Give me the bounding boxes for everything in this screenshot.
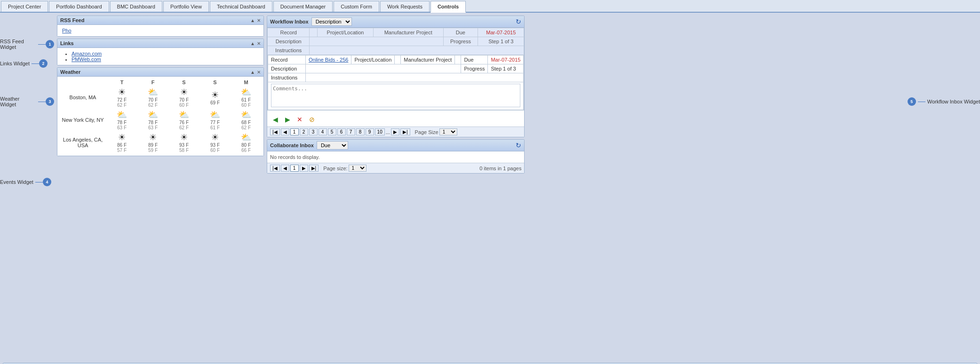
workflow-page-5[interactable]: 5 (328, 128, 336, 135)
rss-close-btn[interactable]: ✕ (257, 18, 261, 23)
rss-feed-panel: RSS Feed ▲ ✕ Pho (57, 16, 264, 37)
due-label-cell: Due (461, 55, 488, 64)
instructions-value-cell (306, 73, 524, 82)
collaborate-prev-page[interactable]: ◀ (281, 165, 289, 172)
workflow-back-btn[interactable]: ◀ (270, 114, 280, 125)
rss-badge: 1 (46, 40, 54, 48)
col-due-value: Mar-07-2015 (478, 28, 524, 37)
links-widget-label: Links Widget (0, 61, 30, 66)
rss-widget-label: RSS Feed Widget (0, 39, 36, 50)
workflow-last-page[interactable]: ▶| (400, 128, 410, 135)
collaborate-items-count: 0 items in 1 pages (479, 166, 521, 171)
comments-textarea[interactable] (271, 84, 520, 107)
rss-collapse-btn[interactable]: ▲ (250, 18, 255, 23)
weather-city: Boston, MA (59, 86, 106, 109)
collaborate-last-page[interactable]: ▶| (309, 165, 319, 172)
day-t: T (106, 79, 137, 86)
collaborate-next-page[interactable]: ▶ (300, 165, 308, 172)
weather-forecast-4: ⛅ 68 F 62 F (231, 109, 262, 131)
collaborate-refresh-btn[interactable]: ↻ (516, 142, 521, 149)
workflow-dropdown[interactable]: Description Subject Record (311, 17, 352, 26)
collaborate-title: Collaborate Inbox (270, 142, 314, 148)
rss-link[interactable]: Pho (62, 28, 72, 33)
collaborate-page-1[interactable]: 1 (290, 165, 299, 172)
workflow-next-page[interactable]: ▶ (391, 128, 399, 135)
collaborate-page-size-label: Page size: (323, 166, 347, 171)
weather-forecast-1: ☀ 89 F 59 F (137, 131, 168, 154)
link-amazon[interactable]: Amazon.com (72, 51, 102, 56)
tab-project-center[interactable]: Project Center (1, 1, 48, 12)
weather-collapse-btn[interactable]: ▲ (250, 70, 255, 75)
mfr-proj-label: Manufacturer Project (401, 55, 455, 64)
weather-forecast-1: ⛅ 78 F 63 F (137, 109, 168, 131)
workflow-page-3[interactable]: 3 (309, 128, 318, 135)
workflow-page-7[interactable]: 7 (347, 128, 355, 135)
collaborate-page-size-select[interactable]: 1510 (349, 165, 367, 172)
workflow-page-2[interactable]: 2 (300, 128, 308, 135)
workflow-forward-btn[interactable]: ▶ (282, 114, 293, 125)
workflow-page-9[interactable]: 9 (366, 128, 374, 135)
workflow-table: Record Project/Location Manufacturer Pro… (267, 28, 524, 111)
tab-custom-form[interactable]: Custom Form (334, 1, 379, 12)
links-collapse-btn[interactable]: ▲ (250, 41, 255, 46)
desc-label-cell: Description (268, 64, 306, 73)
col-project-location: Project/Location (318, 28, 374, 37)
tab-work-requests[interactable]: Work Requests (380, 1, 430, 12)
workflow-skip-btn[interactable]: ⊘ (307, 114, 317, 125)
collaborate-dropdown[interactable]: Due Subject Date (317, 141, 348, 150)
workflow-badge: 5 (908, 97, 916, 106)
col-instr-value (310, 46, 524, 55)
events-badge: 4 (43, 178, 51, 186)
workflow-header: Workflow Inbox Description Subject Recor… (267, 16, 524, 28)
collaborate-header: Collaborate Inbox Due Subject Date ↻ (267, 140, 524, 151)
day-f: F (137, 79, 168, 86)
rss-title: RSS Feed (60, 17, 84, 23)
tab-portfolio-view[interactable]: Portfolio View (163, 1, 209, 12)
workflow-prev-page[interactable]: ◀ (281, 128, 289, 135)
workflow-refresh-btn[interactable]: ↻ (516, 18, 521, 25)
workflow-page-size-select[interactable]: 1510 (439, 128, 457, 135)
workflow-ellipsis: ... (386, 129, 390, 135)
tab-portfolio-dashboard[interactable]: Portfolio Dashboard (49, 1, 109, 12)
tab-bmc-dashboard[interactable]: BMC Dashboard (110, 1, 162, 12)
workflow-page-8[interactable]: 8 (356, 128, 365, 135)
workflow-page-6[interactable]: 6 (337, 128, 346, 135)
col-description: Description (268, 37, 310, 46)
comments-row (268, 82, 524, 110)
col-instructions: Instructions (268, 46, 310, 55)
collaborate-first-page[interactable]: |◀ (270, 165, 280, 172)
rss-content: Pho (57, 25, 263, 36)
weather-city: New York City, NY (59, 109, 106, 131)
rss-header: RSS Feed ▲ ✕ (57, 16, 263, 25)
day-s1: S (168, 79, 199, 86)
day-s2: S (199, 79, 231, 86)
due-value-cell: Mar-07-2015 (488, 55, 524, 64)
progress-label-cell: Progress (461, 64, 488, 73)
weather-content: T F S S M Boston, MA ☀ 72 F 62 F (57, 77, 263, 156)
workflow-first-page[interactable]: |◀ (270, 128, 280, 135)
weather-badge: 3 (46, 97, 54, 106)
workflow-reject-btn[interactable]: ✕ (295, 114, 305, 125)
weather-city: Los Angeles, CA, USA (59, 131, 106, 154)
weather-forecast-3: ⛅ 77 F 61 F (199, 109, 231, 131)
workflow-pagination: |◀ ◀ 1 2 3 4 5 6 7 8 9 10 ... ▶ (267, 127, 524, 137)
links-close-btn[interactable]: ✕ (257, 41, 261, 46)
weather-close-btn[interactable]: ✕ (257, 70, 261, 75)
tab-controls[interactable]: Controls (430, 1, 466, 13)
tab-technical-dashboard[interactable]: Technical Dashboard (210, 1, 272, 12)
nav-tabs: Project Center Portfolio Dashboard BMC D… (0, 0, 980, 13)
links-badge: 2 (39, 59, 48, 68)
proj-loc-value (395, 55, 401, 64)
workflow-page-4[interactable]: 4 (319, 128, 327, 135)
workflow-page-10[interactable]: 10 (375, 128, 385, 135)
links-list: Amazon.com PMWeb.com (62, 51, 259, 62)
links-content: Amazon.com PMWeb.com (57, 48, 263, 65)
link-pmweb[interactable]: PMWeb.com (72, 56, 101, 62)
tab-document-manager[interactable]: Document Manager (273, 1, 333, 12)
workflow-page-1[interactable]: 1 (290, 128, 299, 135)
right-column: Workflow Inbox Description Subject Recor… (267, 16, 539, 360)
workflow-record-link[interactable]: Online Bids - 256 (309, 57, 348, 63)
workflow-actions: ◀ ▶ ✕ ⊘ (267, 112, 524, 127)
workflow-record-row: Record Online Bids - 256 Project/Locatio… (268, 55, 524, 111)
weather-forecast-2: ☀ 70 F 60 F (168, 86, 199, 109)
